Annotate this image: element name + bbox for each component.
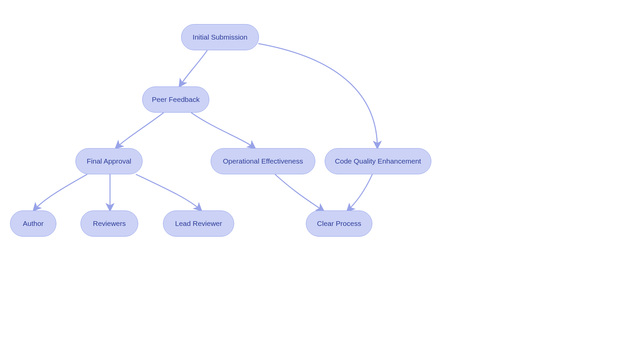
edge-codequality-to-clear <box>347 174 372 211</box>
node-label: Author <box>23 220 44 228</box>
node-label: Lead Reviewer <box>175 220 222 228</box>
edge-final-to-lead <box>136 174 201 210</box>
edge-peer-to-final <box>116 113 164 148</box>
node-peer-feedback: Peer Feedback <box>142 86 209 113</box>
edge-final-to-author <box>34 174 87 210</box>
node-label: Clear Process <box>317 220 361 228</box>
edge-initial-to-peer <box>179 50 207 86</box>
node-label: Initial Submission <box>193 33 247 41</box>
node-clear-process: Clear Process <box>306 210 372 237</box>
diagram-canvas: Initial Submission Peer Feedback Final A… <box>0 0 515 290</box>
edges-layer <box>0 0 515 290</box>
node-label: Final Approval <box>87 157 131 165</box>
node-lead-reviewer: Lead Reviewer <box>163 210 234 237</box>
node-label: Code Quality Enhancement <box>335 157 421 165</box>
edge-initial-to-codequality <box>258 44 377 148</box>
edge-opeff-to-clear <box>275 174 324 211</box>
node-label: Peer Feedback <box>152 96 200 104</box>
node-final-approval: Final Approval <box>75 148 143 174</box>
node-author: Author <box>10 210 56 237</box>
node-reviewers: Reviewers <box>80 210 138 237</box>
edge-peer-to-opeff <box>191 113 255 148</box>
node-initial-submission: Initial Submission <box>181 24 259 50</box>
node-label: Reviewers <box>93 220 126 228</box>
node-operational-effectiveness: Operational Effectiveness <box>211 148 315 174</box>
node-code-quality-enhancement: Code Quality Enhancement <box>325 148 431 174</box>
node-label: Operational Effectiveness <box>223 157 303 165</box>
